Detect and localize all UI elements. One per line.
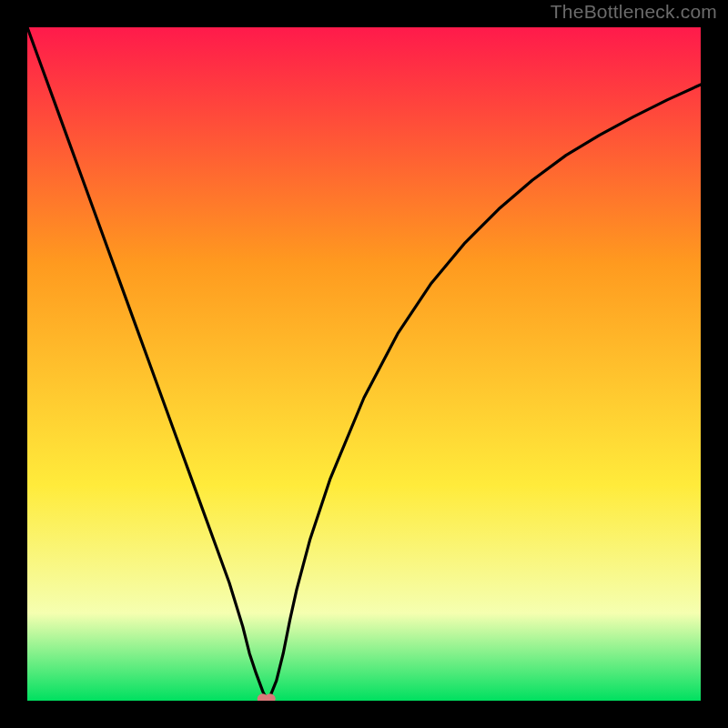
chart-frame: TheBottleneck.com	[0, 0, 728, 728]
gradient-background	[27, 27, 701, 701]
chart-plot-area	[27, 27, 701, 701]
watermark-text: TheBottleneck.com	[551, 1, 717, 23]
chart-svg	[27, 27, 701, 701]
